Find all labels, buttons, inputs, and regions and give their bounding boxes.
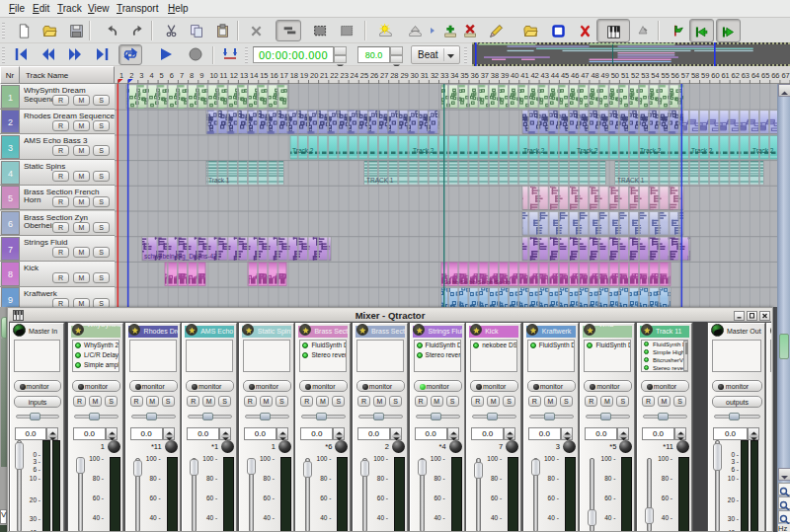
svg-text:3: 3 [139,71,143,80]
svg-text:52: 52 [631,71,639,80]
svg-text:34: 34 [450,71,458,80]
svg-text:29: 29 [400,71,408,80]
svg-text:schwebein-big_Drums-42: schwebein-big_Drums-42 [144,253,217,261]
svg-text:TRACK 1: TRACK 1 [617,177,645,184]
svg-text:31: 31 [421,71,429,80]
svg-text:30: 30 [411,71,419,80]
svg-text:42: 42 [530,71,538,80]
svg-text:41: 41 [520,71,528,80]
svg-text:40: 40 [511,71,518,80]
svg-text:16: 16 [270,71,277,80]
svg-text:23: 23 [341,71,349,80]
svg-text:32: 32 [431,71,438,80]
svg-text:44: 44 [551,71,559,80]
svg-text:33: 33 [440,71,448,80]
svg-text:61: 61 [721,71,729,80]
svg-text:64: 64 [751,71,759,80]
svg-text:Track 2: Track 2 [752,147,774,154]
svg-text:Track 2: Track 2 [292,147,314,154]
svg-text:56: 56 [672,71,679,80]
svg-text:60: 60 [711,71,719,80]
svg-text:7: 7 [180,71,184,80]
svg-text:39: 39 [501,71,509,80]
svg-text:24: 24 [351,71,358,80]
svg-text:TRACK 1: TRACK 1 [366,177,394,184]
svg-text:Track 2: Track 2 [413,147,434,154]
svg-text:63: 63 [742,71,750,80]
svg-text:67: 67 [781,71,789,80]
svg-text:11: 11 [220,71,228,80]
svg-text:49: 49 [601,71,609,80]
svg-text:14: 14 [250,71,258,80]
svg-text:6: 6 [170,71,174,80]
svg-text:Track 2: Track 2 [577,147,598,154]
svg-text:58: 58 [691,71,699,80]
svg-text:13: 13 [240,71,248,80]
svg-text:27: 27 [380,71,388,80]
svg-text:5: 5 [160,71,164,80]
svg-text:48: 48 [591,71,598,80]
svg-text:38: 38 [491,71,499,80]
svg-text:19: 19 [300,71,308,80]
svg-text:35: 35 [460,71,468,80]
svg-text:50: 50 [611,71,619,80]
svg-text:Track 2: Track 2 [691,147,713,154]
svg-text:12: 12 [230,71,238,80]
svg-text:26: 26 [370,71,378,80]
svg-text:25: 25 [360,71,368,80]
svg-text:15: 15 [260,71,268,80]
svg-text:57: 57 [681,71,689,80]
svg-text:46: 46 [571,71,579,80]
svg-text:66: 66 [771,71,779,80]
svg-text:53: 53 [641,71,649,80]
svg-text:9: 9 [199,71,203,80]
svg-text:45: 45 [561,71,569,80]
svg-text:36: 36 [471,71,479,80]
svg-text:8: 8 [190,71,194,80]
svg-text:37: 37 [481,71,489,80]
svg-text:4: 4 [150,71,154,80]
svg-text:28: 28 [390,71,398,80]
svg-text:43: 43 [541,71,549,80]
svg-text:55: 55 [662,71,670,80]
svg-text:Track 2: Track 2 [523,147,545,154]
svg-text:17: 17 [280,71,288,80]
svg-text:59: 59 [701,71,709,80]
svg-text:1: 1 [119,71,123,80]
svg-text:54: 54 [651,71,659,80]
svg-text:47: 47 [581,71,589,80]
svg-text:2: 2 [129,71,133,80]
svg-text:51: 51 [621,71,629,80]
svg-text:20: 20 [310,71,318,80]
svg-text:18: 18 [290,71,298,80]
svg-text:21: 21 [320,71,328,80]
svg-text:10: 10 [209,71,217,80]
svg-text:Track 1: Track 1 [208,177,230,184]
svg-text:Track 2: Track 2 [640,147,662,154]
svg-text:65: 65 [761,71,769,80]
svg-text:62: 62 [732,71,740,80]
svg-text:So bb So bb So bb So bb: So bb So bb So bb So bb [443,279,511,285]
svg-text:22: 22 [330,71,338,80]
